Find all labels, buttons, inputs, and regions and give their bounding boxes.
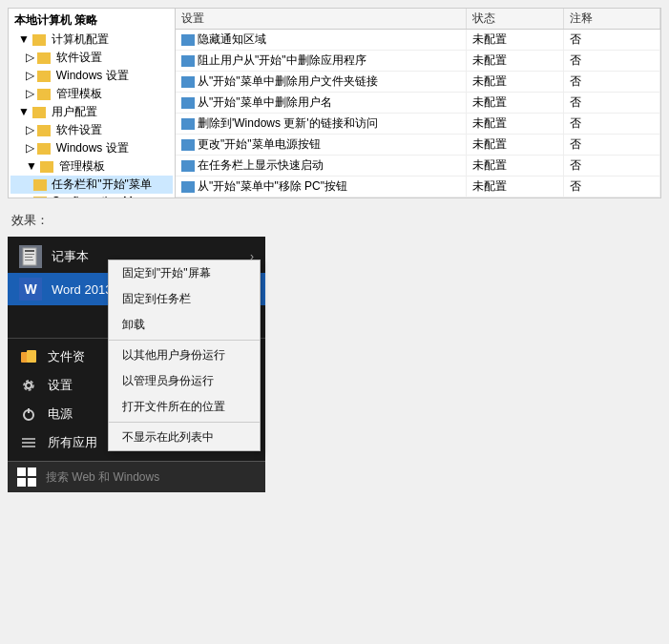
svg-rect-4 [25, 260, 33, 260]
tree-item-admin-tmpl[interactable]: ▷ 管理模板 [10, 85, 173, 103]
context-item-run-as[interactable]: 以其他用户身份运行 [109, 343, 260, 368]
tree-item-win-settings[interactable]: ▷ Windows 设置 [10, 67, 173, 85]
tree-item-computer[interactable]: ▼ 计算机配置 [10, 31, 173, 49]
table-row[interactable]: 当用户转到"开始"屏幕时自动显示"应用"视图 未配置 否 [176, 197, 660, 198]
status-cell: 未配置 [467, 30, 564, 51]
note-cell: 否 [563, 197, 660, 198]
svg-rect-1 [25, 250, 34, 252]
context-item-hide[interactable]: 不显示在此列表中 [109, 425, 260, 450]
tree-label: 任务栏和"开始"菜单 [52, 177, 152, 191]
expand-icon: ▷ [26, 123, 34, 136]
expand-icon: ▷ [26, 69, 34, 82]
context-item-pin-taskbar[interactable]: 固定到任务栏 [109, 286, 260, 312]
setting-icon [181, 118, 195, 130]
power-label: 电源 [48, 405, 73, 423]
startmenu: 记事本 › W Word 2013 › 固定到"开始"屏幕 固定到任务栏 卸载 … [8, 237, 265, 492]
win-q2 [28, 467, 36, 476]
tree-item-user-winsettings[interactable]: ▷ Windows 设置 [10, 139, 173, 157]
all-apps-label: 所有应用 [48, 434, 97, 451]
tree-label: Windows 设置 [56, 69, 129, 82]
gp-settings-table: 设置 状态 注释 隐藏通知区域 未配置 否 阻止用户从"开始"中删除应用程序 未… [176, 9, 660, 197]
tree-item-user-admintmpl[interactable]: ▼ 管理模板 [10, 157, 173, 176]
setting-icon [181, 55, 195, 67]
search-placeholder-text: 搜索 Web 和 Windows [46, 469, 159, 486]
context-menu: 固定到"开始"屏幕 固定到任务栏 卸载 以其他用户身份运行 以管理员身份运行 打… [108, 260, 261, 451]
setting-icon [181, 97, 195, 109]
context-item-pin-start[interactable]: 固定到"开始"屏幕 [109, 260, 260, 286]
tree-label: Configuration Manage... [52, 195, 174, 197]
files-icon [19, 347, 38, 366]
table-row[interactable]: 更改"开始"菜单电源按钮 未配置 否 [176, 135, 660, 156]
setting-cell: 删除到'Windows 更新'的链接和访问 [176, 114, 467, 135]
tree-item-config-mgr[interactable]: Configuration Manage... [10, 194, 173, 197]
tree-item-sw-settings[interactable]: ▷ 软件设置 [10, 49, 173, 67]
folder-icon [37, 71, 51, 82]
tree-label: 计算机配置 [52, 32, 109, 46]
gp-tree-panel: 本地计算机 策略 ▼ 计算机配置 ▷ 软件设置 ▷ Windows 设置 ▷ 管… [9, 9, 176, 197]
status-cell: 未配置 [467, 114, 564, 135]
setting-cell: 从"开始"菜单中删除用户文件夹链接 [176, 72, 467, 93]
setting-icon [181, 76, 195, 88]
setting-cell: 隐藏通知区域 [176, 30, 467, 51]
table-row[interactable]: 删除到'Windows 更新'的链接和访问 未配置 否 [176, 114, 660, 135]
settings-icon [19, 376, 38, 395]
col-header-note: 注释 [563, 9, 660, 30]
folder-icon [32, 34, 46, 46]
table-row[interactable]: 在任务栏上显示快速启动 未配置 否 [176, 156, 660, 177]
svg-rect-6 [27, 350, 36, 363]
expand-icon: ▷ [26, 87, 34, 100]
expand-icon: ▼ [18, 105, 30, 118]
svg-rect-3 [25, 257, 32, 258]
status-cell: 未配置 [467, 156, 564, 177]
svg-rect-5 [21, 352, 28, 363]
startmenu-section: 记事本 › W Word 2013 › 固定到"开始"屏幕 固定到任务栏 卸载 … [8, 237, 661, 492]
win-q1 [17, 467, 26, 476]
context-item-open-location[interactable]: 打开文件所在的位置 [109, 394, 260, 420]
tree-label: Windows 设置 [56, 141, 129, 155]
expand-icon: ▷ [26, 51, 34, 64]
col-header-setting: 设置 [176, 9, 467, 30]
win-logo-icon [17, 467, 36, 487]
win-q3 [17, 478, 26, 487]
tree-item-taskbar[interactable]: 任务栏和"开始"菜单 [10, 176, 173, 194]
tree-label: 软件设置 [56, 51, 102, 64]
setting-icon [181, 181, 195, 193]
table-row[interactable]: 从"开始"菜单中删除用户名 未配置 否 [176, 93, 660, 114]
folder-icon [37, 52, 51, 64]
context-item-run-admin[interactable]: 以管理员身份运行 [109, 368, 260, 394]
svg-rect-2 [25, 254, 34, 255]
folder-icon [40, 161, 53, 173]
files-label: 文件资 [48, 348, 85, 365]
tree-item-user-sw[interactable]: ▷ 软件设置 [10, 121, 173, 139]
tree-label: 管理模板 [56, 87, 102, 100]
tree-item-user-config[interactable]: ▼ 用户配置 [10, 103, 173, 121]
tree-label: 软件设置 [56, 123, 102, 136]
expand-icon: ▼ [26, 159, 37, 173]
folder-icon [37, 143, 51, 155]
win-q4 [28, 478, 36, 487]
setting-cell: 在任务栏上显示快速启动 [176, 156, 467, 177]
setting-cell: 阻止用户从"开始"中删除应用程序 [176, 51, 467, 72]
note-cell: 否 [563, 93, 660, 114]
status-cell: 未配置 [467, 177, 564, 197]
setting-icon [181, 34, 195, 46]
table-row[interactable]: 从"开始"菜单中删除用户文件夹链接 未配置 否 [176, 72, 660, 93]
status-cell: 未配置 [467, 51, 564, 72]
setting-cell: 从"开始"菜单中"移除 PC"按钮 [176, 177, 467, 197]
note-cell: 否 [563, 51, 660, 72]
all-apps-icon [19, 433, 38, 452]
note-cell: 否 [563, 156, 660, 177]
note-cell: 否 [563, 135, 660, 156]
note-cell: 否 [563, 30, 660, 51]
table-row[interactable]: 阻止用户从"开始"中删除应用程序 未配置 否 [176, 51, 660, 72]
setting-cell: 从"开始"菜单中删除用户名 [176, 93, 467, 114]
status-cell: 未配置 [467, 72, 564, 93]
context-item-uninstall[interactable]: 卸载 [109, 312, 260, 338]
folder-icon [37, 125, 51, 136]
search-bar[interactable]: 搜索 Web 和 Windows [8, 461, 265, 492]
expand-icon: ▼ [18, 32, 30, 46]
tree-label: 管理模板 [59, 159, 105, 173]
table-row[interactable]: 隐藏通知区域 未配置 否 [176, 30, 660, 51]
table-row[interactable]: 从"开始"菜单中"移除 PC"按钮 未配置 否 [176, 177, 660, 197]
notepad-icon [19, 245, 42, 268]
